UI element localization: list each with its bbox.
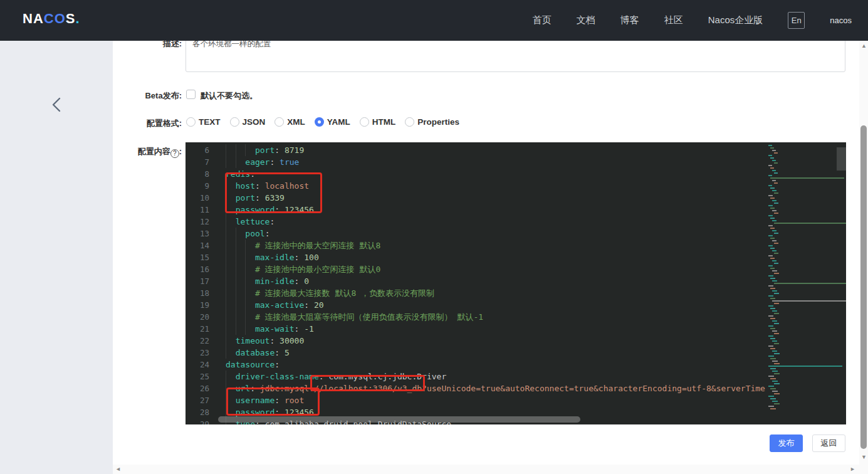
- scroll-right-icon[interactable]: ►: [850, 466, 855, 472]
- radio-option-properties[interactable]: Properties: [405, 117, 459, 127]
- format-radio-group: TEXT JSON XML YAML HTML Properties: [186, 117, 459, 127]
- chevron-left-icon: [48, 95, 66, 113]
- line-number: 21: [186, 323, 209, 335]
- help-icon[interactable]: ?: [170, 149, 179, 158]
- line-number: 17: [186, 275, 209, 287]
- code-line: max-wait: -1: [226, 323, 775, 335]
- code-line: max-active: 20: [226, 299, 775, 311]
- beta-label: Beta发布:: [94, 90, 182, 102]
- line-number: 28: [186, 406, 209, 418]
- code-line: timeout: 30000: [226, 335, 775, 347]
- line-number: 9: [186, 180, 209, 192]
- language-toggle[interactable]: En: [788, 12, 805, 29]
- editor-code: port: 8719 eager: trueredis: host: local…: [226, 144, 775, 424]
- code-line: min-idle: 0: [226, 275, 775, 287]
- line-number: 27: [186, 394, 209, 406]
- code-editor[interactable]: 6789101112131415161718192021222324252627…: [186, 142, 846, 424]
- content-label: 配置内容?:: [94, 146, 182, 158]
- line-number: 18: [186, 287, 209, 299]
- publish-button[interactable]: 发布: [770, 434, 803, 452]
- code-line: # 连接池最大阻塞等待时间（使用负值表示没有限制） 默认-1: [226, 311, 775, 323]
- code-line: max-idle: 100: [226, 251, 775, 263]
- line-number: 25: [186, 371, 209, 382]
- radio-option-xml[interactable]: XML: [275, 117, 305, 127]
- line-number: 22: [186, 335, 209, 347]
- line-number: 8: [186, 168, 209, 180]
- format-label: 配置格式:: [94, 118, 182, 129]
- line-number: 16: [186, 263, 209, 275]
- header-nav: 首页 文档 博客 社区 Nacos企业版 En nacos: [533, 0, 852, 41]
- editor-horizontal-scrollbar[interactable]: [218, 416, 580, 423]
- code-line: # 连接池中的最小空闲连接 默认0: [226, 263, 775, 275]
- sidebar: [0, 41, 113, 474]
- code-line: host: localhost: [226, 180, 775, 192]
- editor-gutter: 6789101112131415161718192021222324252627…: [186, 144, 209, 424]
- radio-circle: [186, 117, 196, 127]
- line-number: 23: [186, 347, 209, 359]
- sidebar-collapse-button[interactable]: [48, 95, 66, 113]
- scroll-up-icon[interactable]: ▲: [861, 43, 867, 49]
- radio-option-yaml[interactable]: YAML: [315, 117, 350, 127]
- line-number: 26: [186, 382, 209, 394]
- page-vertical-scrollbar[interactable]: ▲ ▼: [859, 41, 868, 474]
- line-number: 11: [186, 204, 209, 216]
- nav-item-community[interactable]: 社区: [664, 14, 683, 26]
- nav-item-blog[interactable]: 博客: [620, 14, 639, 26]
- radio-circle: [315, 117, 324, 127]
- line-number: 6: [186, 144, 209, 156]
- code-line: password: 123456: [226, 204, 775, 216]
- editor-minimap[interactable]: [766, 142, 846, 424]
- radio-circle: [405, 117, 414, 127]
- radio-option-text[interactable]: TEXT: [186, 117, 221, 127]
- nacos-logo[interactable]: NACOS.: [23, 11, 80, 27]
- beta-checkbox[interactable]: [186, 90, 196, 99]
- line-number: 29: [186, 418, 209, 424]
- code-line: # 连接池中的最大空闲连接 默认8: [226, 240, 775, 251]
- code-line: eager: true: [226, 156, 775, 168]
- code-line: datasource:: [226, 359, 775, 371]
- code-line: port: 6339: [226, 192, 775, 204]
- line-number: 10: [186, 192, 209, 204]
- nav-item-home[interactable]: 首页: [533, 14, 552, 26]
- code-line: redis:: [226, 168, 775, 180]
- page-vertical-scrollbar-thumb[interactable]: [860, 125, 867, 449]
- nav-item-docs[interactable]: 文档: [577, 14, 595, 26]
- back-button[interactable]: 返回: [812, 434, 845, 452]
- line-number: 15: [186, 251, 209, 263]
- scroll-down-icon[interactable]: ▼: [861, 455, 867, 460]
- line-number: 24: [186, 359, 209, 371]
- code-line: pool:: [226, 228, 775, 240]
- line-number: 14: [186, 240, 209, 251]
- username[interactable]: nacos: [830, 16, 852, 25]
- nacos-config-edit-page: 各个环境都一样的配置 描述: Beta发布: 默认不要勾选。 配置格式: TEX…: [0, 0, 868, 474]
- code-line: lettuce:: [226, 216, 775, 228]
- code-line: database: 5: [226, 347, 775, 359]
- radio-option-html[interactable]: HTML: [360, 117, 396, 127]
- line-number: 12: [186, 216, 209, 228]
- radio-circle: [230, 117, 239, 127]
- radio-circle: [275, 117, 284, 127]
- line-number: 7: [186, 156, 209, 168]
- radio-option-json[interactable]: JSON: [230, 117, 266, 127]
- code-line: # 连接池最大连接数 默认8 ，负数表示没有限制: [226, 287, 775, 299]
- code-line: port: 8719: [226, 144, 775, 156]
- nav-item-enterprise[interactable]: Nacos企业版: [708, 14, 763, 26]
- scroll-left-icon[interactable]: ◄: [115, 466, 121, 472]
- beta-hint: 默认不要勾选。: [201, 90, 258, 102]
- line-number: 19: [186, 299, 209, 311]
- top-navbar: NACOS. 首页 文档 博客 社区 Nacos企业版 En nacos: [0, 0, 868, 41]
- code-line: driver-class-name: com.mysql.cj.jdbc.Dri…: [226, 371, 775, 382]
- code-line: username: root: [226, 394, 775, 406]
- line-number: 20: [186, 311, 209, 323]
- line-number: 13: [186, 228, 209, 240]
- page-horizontal-scrollbar[interactable]: ◄ ►: [113, 465, 859, 474]
- code-line: url: jdbc:mysql://localhost:3306/v3_db?u…: [226, 382, 775, 394]
- minimap-content: [766, 142, 846, 409]
- radio-circle: [360, 117, 369, 127]
- minimap-slider[interactable]: [837, 147, 846, 171]
